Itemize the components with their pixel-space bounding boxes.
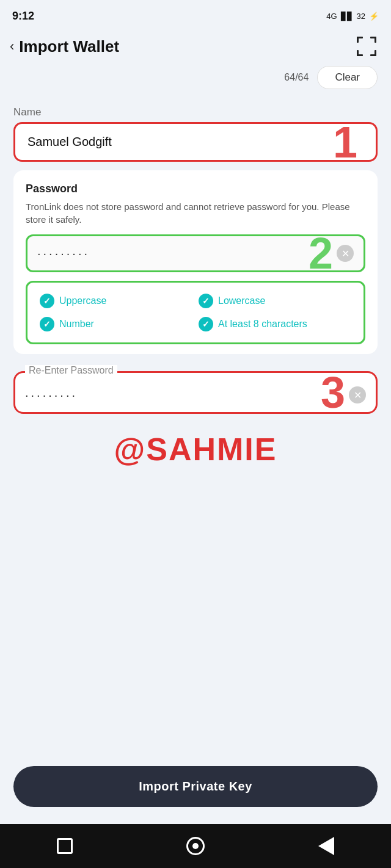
nav-back-button[interactable]: [186, 837, 205, 855]
reenter-input-row: ········· 3 ✕: [25, 382, 366, 403]
password-section: Password TronLink does not store passwor…: [13, 170, 378, 354]
req-lowercase-check: [199, 294, 213, 308]
name-label: Name: [13, 106, 378, 118]
password-clear-button[interactable]: ✕: [337, 245, 354, 262]
signal-icon: 4G: [326, 12, 337, 21]
req-lowercase-label: Lowercase: [218, 295, 265, 306]
annotation-2: 2: [309, 231, 333, 275]
import-btn-wrapper: Import Private Key: [0, 758, 391, 824]
nav-triangle-icon: [318, 837, 334, 855]
wifi-icon: ▊▊: [341, 12, 353, 21]
password-requirements: Uppercase Lowercase Number At least 8 ch…: [26, 281, 365, 344]
svg-rect-3: [375, 37, 376, 43]
req-uppercase: Uppercase: [40, 294, 192, 308]
svg-rect-1: [357, 37, 359, 43]
main-content: Name 1 Password TronLink does not store …: [0, 95, 391, 758]
nav-circle-inner: [192, 843, 199, 849]
import-private-key-button[interactable]: Import Private Key: [13, 766, 378, 807]
req-uppercase-check: [40, 294, 54, 308]
name-input-wrapper: 1: [13, 122, 378, 162]
counter-display: 64/64: [284, 72, 309, 83]
status-time: 9:12: [12, 10, 34, 23]
header-left: ‹ Import Wallet: [10, 37, 119, 56]
password-title: Password: [26, 183, 365, 195]
name-input[interactable]: [27, 135, 364, 149]
clear-button[interactable]: Clear: [317, 66, 378, 89]
scan-icon[interactable]: [356, 35, 378, 57]
annotation-3: 3: [321, 371, 345, 414]
reenter-section: Re-Enter Password ········· 3 ✕: [13, 371, 378, 414]
watermark: @SAHMIE: [13, 414, 378, 480]
svg-rect-5: [357, 50, 359, 56]
counter-row: 64/64 Clear: [0, 63, 391, 95]
req-min-chars: At least 8 characters: [199, 317, 351, 331]
nav-square-icon: [57, 838, 73, 854]
password-input-wrapper: ········· 2 ✕: [26, 234, 365, 272]
password-hint: TronLink does not store password and can…: [26, 200, 365, 226]
reenter-dots: ·········: [25, 388, 349, 402]
battery-bolt: ⚡: [369, 12, 379, 21]
req-number-check: [40, 317, 54, 331]
page-title: Import Wallet: [19, 37, 119, 56]
bottom-nav: [0, 824, 391, 868]
annotation-1: 1: [333, 120, 357, 164]
nav-recent-button[interactable]: [318, 837, 334, 855]
svg-rect-7: [375, 50, 376, 56]
header: ‹ Import Wallet: [0, 29, 391, 63]
req-min-chars-check: [199, 317, 213, 331]
req-number: Number: [40, 317, 192, 331]
req-uppercase-label: Uppercase: [59, 295, 106, 306]
nav-circle-icon: [186, 837, 205, 855]
nav-home-button[interactable]: [57, 838, 73, 854]
req-lowercase: Lowercase: [199, 294, 351, 308]
req-number-label: Number: [59, 319, 94, 330]
reenter-clear-button[interactable]: ✕: [349, 386, 366, 403]
password-dots: ·········: [37, 247, 337, 261]
reenter-label: Re-Enter Password: [25, 365, 117, 376]
status-icons: 4G ▊▊ 32 ⚡: [326, 12, 379, 21]
back-button[interactable]: ‹: [10, 38, 14, 54]
status-bar: 9:12 4G ▊▊ 32 ⚡: [0, 0, 391, 29]
req-min-chars-label: At least 8 characters: [218, 319, 307, 330]
battery-icon: 32: [357, 12, 365, 21]
